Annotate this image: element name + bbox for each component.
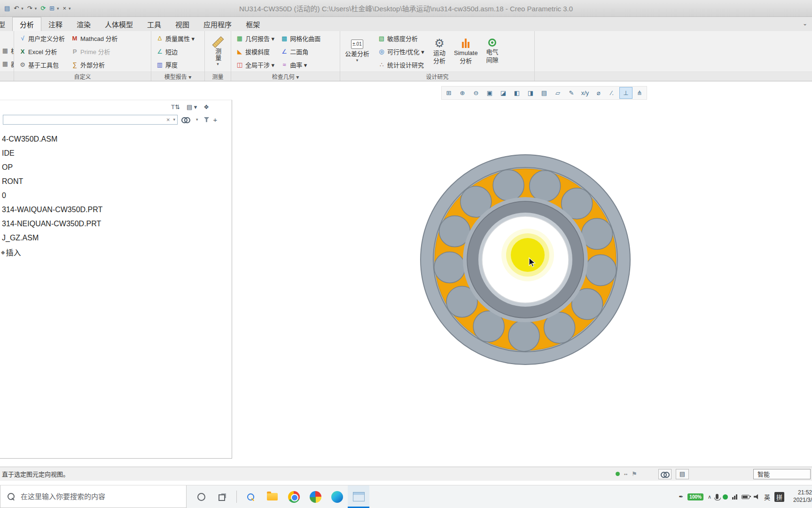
tree-show-icon[interactable]: ▤ ▾	[187, 103, 197, 111]
ribbon-group-label-custom[interactable]: 自定义	[14, 71, 151, 81]
media-app-button[interactable]	[304, 485, 326, 508]
find-dropdown-icon[interactable]: ▾	[194, 117, 200, 122]
xy-display-icon[interactable]: x/y	[578, 87, 592, 99]
filter-icon[interactable]	[204, 117, 210, 122]
dims-display-icon[interactable]: ∕.	[606, 87, 619, 99]
refit-icon[interactable]: ▣	[483, 87, 496, 99]
linkage-icon[interactable]: ⋔	[633, 87, 646, 99]
search-model-button[interactable]	[658, 469, 671, 479]
zoom-out-icon[interactable]: ⊖	[469, 87, 483, 99]
taskbar-search-input[interactable]	[20, 492, 170, 501]
regenerate-button[interactable]: ⟳	[39, 4, 47, 13]
ribbon-button[interactable]: ▦ 析	[0, 44, 14, 57]
model-tree-item[interactable]: 314-NEIQUAN-CW350D.PRT	[0, 217, 232, 231]
ribbon-button[interactable]: ∆ 质量属性 ▾	[153, 32, 197, 45]
green-status-icon[interactable]	[723, 494, 728, 500]
network-icon[interactable]	[732, 494, 737, 500]
file-explorer-button[interactable]	[261, 485, 283, 508]
ribbon-tab[interactable]: 框架	[239, 17, 267, 31]
ribbon-button[interactable]: P Prime 分析	[68, 45, 120, 58]
windows-button[interactable]: ⊞	[48, 4, 56, 13]
perpendicular-icon[interactable]: ⊥	[619, 87, 632, 99]
battery-icon[interactable]	[742, 495, 750, 499]
ime-indicator[interactable]: 拼	[774, 492, 784, 502]
close-window-button[interactable]: ×	[62, 4, 68, 13]
saved-views-icon[interactable]: ▤	[538, 87, 551, 99]
edge-button[interactable]	[326, 485, 348, 508]
ribbon-tab[interactable]: 人体模型	[98, 17, 140, 31]
zoom-window-icon[interactable]: ⊞	[442, 87, 455, 99]
ribbon-button[interactable]: ∠ 二面角	[278, 45, 323, 58]
model-tree-item[interactable]: RONT	[0, 175, 232, 189]
ribbon-tab[interactable]: 分析	[12, 17, 41, 31]
section-icon[interactable]: ◨	[524, 87, 537, 99]
model-tree-item[interactable]: IDE	[0, 146, 232, 160]
ribbon-tab[interactable]: 注释	[41, 17, 70, 31]
bearing-model[interactable]	[417, 151, 633, 368]
simulate-analysis-button[interactable]: Simulate 分析	[451, 31, 481, 71]
ribbon-button[interactable]: ∠ 短边	[153, 45, 197, 58]
ribbon-button[interactable]: ▦ 器	[0, 57, 14, 70]
tree-cascade-icon[interactable]: ❖	[203, 103, 209, 111]
language-indicator[interactable]: 英	[764, 492, 770, 501]
redo-button[interactable]: ↷	[26, 4, 34, 13]
motion-analysis-button[interactable]: ⚙ 运动 分析	[430, 31, 448, 71]
datum-plane-icon[interactable]: ▱	[551, 87, 564, 99]
ribbon-button[interactable]: ⚙ 基于工具包	[16, 58, 67, 71]
battery-percent-badge[interactable]: 100%	[687, 493, 703, 500]
active-window-button[interactable]	[348, 485, 369, 508]
ribbon-group-label-measure[interactable]: 测量	[205, 71, 231, 81]
display-style-icon[interactable]: ◧	[510, 87, 523, 99]
ribbon-button[interactable]: M Mathcad 分析	[68, 32, 120, 45]
ribbon-button[interactable]: ≈ 曲率 ▾	[278, 58, 323, 71]
tolerance-analysis-button[interactable]: ±.01 公差分析 ▾	[342, 31, 372, 71]
tree-filter-input[interactable]	[3, 116, 165, 124]
task-view-button[interactable]	[212, 485, 234, 508]
ribbon-tab[interactable]: 工具	[140, 17, 168, 31]
undo-button[interactable]: ↶	[12, 4, 20, 13]
model-tree-item[interactable]: J_GZ.ASM	[0, 231, 232, 245]
redo-dropdown[interactable]: ▾	[33, 5, 39, 12]
annotations-icon[interactable]: ✎	[565, 87, 578, 99]
taskbar-search[interactable]	[0, 485, 187, 508]
undo-dropdown[interactable]: ▾	[20, 5, 25, 12]
measure-button[interactable]: 测量 ▾	[209, 31, 227, 71]
diameter-icon[interactable]: ⌀	[592, 87, 605, 99]
microphone-icon[interactable]	[716, 494, 718, 500]
clear-filter-icon[interactable]: ×	[165, 116, 172, 123]
model-tree-item[interactable]: 314-WAIQUAN-CW350D.PRT	[0, 203, 232, 217]
model-tree-item[interactable]: ◆ 插入	[0, 245, 232, 259]
filter-dropdown-icon[interactable]: ▾	[171, 117, 177, 122]
windows-dropdown[interactable]: ▾	[55, 5, 61, 12]
ribbon-button[interactable]: ▩ 网格化曲面	[278, 32, 323, 45]
ribbon-group-label-check[interactable]: 检查几何 ▾	[231, 71, 340, 81]
ribbon-tab[interactable]: 视图	[168, 17, 196, 31]
ribbon-button[interactable]: ∑ 外部分析	[68, 58, 120, 71]
ribbon-button[interactable]: ∴ 统计设计研究	[375, 58, 428, 71]
selection-filter-dropdown[interactable]: 智能	[753, 469, 811, 479]
ribbon-button[interactable]: X Excel 分析	[16, 45, 67, 58]
ribbon-group-label-study[interactable]: 设计研究	[340, 71, 534, 81]
ribbon-tab[interactable]: 应用程序	[196, 17, 239, 31]
zoom-in-icon[interactable]: ⊕	[456, 87, 469, 99]
hidden-icons-chevron[interactable]: ∧	[708, 494, 711, 500]
find-icon[interactable]	[181, 117, 190, 122]
ribbon-button[interactable]: ▥ 厚度	[153, 58, 197, 71]
flag-icon[interactable]: ⚑	[632, 470, 637, 477]
ribbon-button[interactable]: ◎ 可行性/优化 ▾	[375, 45, 428, 58]
model-tree-item[interactable]: OP	[0, 160, 232, 175]
report-button[interactable]: ▤	[676, 469, 689, 479]
ribbon-tab[interactable]: 模型	[0, 17, 12, 31]
ribbon-button[interactable]: ◫ 全局干涉 ▾	[233, 58, 277, 71]
pen-icon[interactable]: ✒	[679, 493, 683, 500]
ribbon-button[interactable]: ◣ 拔模斜度	[233, 45, 277, 58]
clearance-analysis-button[interactable]: 电气 间隙	[484, 31, 501, 71]
chrome-button[interactable]	[283, 485, 304, 508]
repaint-icon[interactable]: ◪	[497, 87, 510, 99]
minimize-ribbon-icon[interactable]: ⌄	[803, 20, 807, 27]
viewport[interactable]: ⊞ ⊕ ⊖ ▣ ◪ ◧ ◨	[0, 81, 812, 467]
add-column-icon[interactable]: +	[213, 116, 218, 124]
ribbon-button[interactable]: ▦ 几何报告 ▾	[233, 32, 277, 45]
ribbon-tab[interactable]: 渲染	[70, 17, 98, 31]
file-icon[interactable]: ▤	[3, 4, 11, 13]
